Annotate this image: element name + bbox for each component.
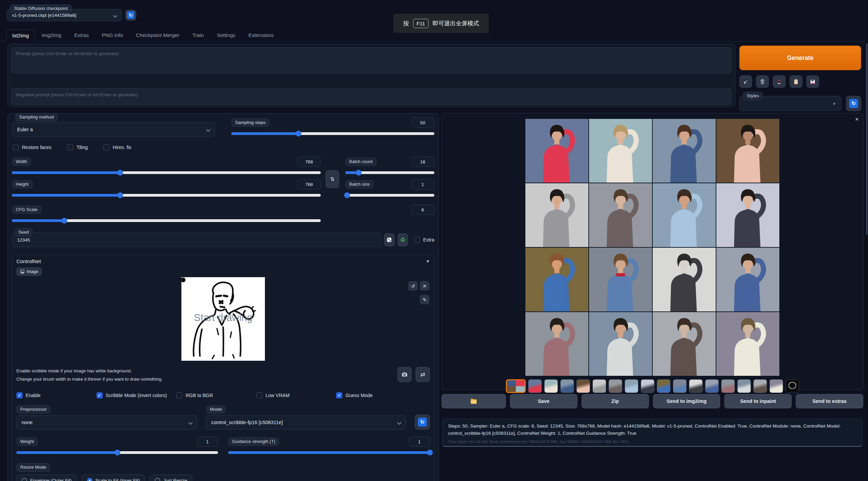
gallery-action-button[interactable]: Send to extras — [796, 394, 863, 408]
tab[interactable]: Train — [186, 29, 210, 41]
checkbox[interactable] — [13, 144, 19, 150]
checkbox[interactable] — [414, 237, 420, 243]
checkbox[interactable] — [336, 392, 342, 398]
model-refresh-button[interactable]: ↻ — [415, 415, 430, 430]
guidance-strength-slider[interactable] — [228, 449, 430, 456]
result-image[interactable] — [716, 248, 779, 311]
result-image[interactable] — [525, 248, 588, 311]
gallery-thumbnail[interactable] — [560, 379, 574, 393]
controlnet-canvas-area[interactable]: Start drawing ↺ ✕ ✎ — [16, 277, 430, 363]
gallery-action-button[interactable]: Send to inpaint — [724, 394, 792, 408]
swap-dimensions-button[interactable]: ⇅ — [326, 170, 339, 188]
checkbox[interactable] — [67, 144, 73, 150]
result-image[interactable] — [653, 248, 716, 311]
slider-knob[interactable] — [117, 193, 123, 198]
close-gallery-button[interactable]: × — [855, 115, 859, 123]
result-image[interactable] — [716, 312, 779, 376]
gallery-thumbnail[interactable] — [786, 379, 799, 393]
gallery-thumbnail[interactable] — [641, 379, 654, 393]
save-style-button[interactable] — [806, 75, 819, 88]
tab[interactable]: Settings — [211, 29, 242, 41]
gallery-thumbnail[interactable] — [657, 379, 671, 393]
resize-mode-radio[interactable]: Scale to Fit (Inner Fit) — [82, 474, 145, 481]
result-image[interactable] — [589, 183, 652, 247]
result-image[interactable] — [653, 183, 716, 247]
gallery-thumbnail[interactable] — [609, 379, 622, 393]
tab[interactable]: Extensions — [242, 29, 280, 41]
gallery-thumbnail[interactable] — [544, 379, 558, 393]
gallery-thumbnail[interactable] — [689, 379, 703, 393]
sampling-method-select[interactable]: Euler a — [12, 122, 215, 137]
model-select[interactable]: control_scribble-fp16 [c508311e] — [206, 415, 406, 430]
slider-knob[interactable] — [295, 131, 301, 137]
result-image[interactable] — [653, 312, 716, 376]
slider-knob[interactable] — [356, 170, 362, 176]
cfg-scale-slider[interactable] — [12, 218, 321, 224]
result-image[interactable] — [525, 183, 588, 247]
batch-size-value[interactable]: 1 — [411, 179, 434, 189]
gallery-thumbnail[interactable] — [705, 379, 719, 393]
apply-style-button[interactable] — [790, 75, 802, 88]
batch-count-slider[interactable] — [345, 170, 434, 176]
slider-knob[interactable] — [114, 450, 120, 456]
gallery-thumbnail[interactable] — [673, 379, 687, 393]
gallery-thumbnail[interactable] — [625, 379, 638, 393]
result-image[interactable] — [589, 119, 652, 183]
gallery-action-button[interactable]: Save — [510, 394, 577, 408]
slider-knob[interactable] — [427, 450, 433, 456]
toggle-checkbox[interactable]: Tiling — [67, 144, 88, 150]
tab[interactable]: PNG Info — [96, 29, 129, 41]
radio[interactable] — [22, 478, 27, 481]
sampling-steps-slider[interactable] — [231, 131, 434, 137]
height-slider[interactable] — [12, 192, 321, 198]
controlnet-checkbox[interactable]: Low VRAM — [256, 392, 336, 398]
result-image[interactable] — [716, 183, 779, 247]
slider-knob[interactable] — [62, 218, 67, 224]
toggle-checkbox[interactable]: Restore faces — [13, 144, 51, 150]
undo-button[interactable]: ↺ — [408, 281, 418, 291]
result-image[interactable] — [653, 119, 716, 183]
slider-knob[interactable] — [117, 170, 123, 176]
batch-count-value[interactable]: 16 — [411, 157, 434, 167]
result-image[interactable] — [716, 119, 779, 183]
gallery-thumbnail[interactable] — [506, 379, 526, 393]
controlnet-header[interactable]: ControlNet ▼ — [16, 258, 430, 264]
sampling-steps-value[interactable]: 50 — [411, 118, 434, 128]
mirror-webcam-button[interactable]: ⇄ — [416, 367, 430, 382]
result-image[interactable] — [589, 312, 652, 376]
tab[interactable]: Extras — [68, 29, 95, 41]
checkbox[interactable] — [16, 392, 23, 398]
result-image[interactable] — [525, 119, 588, 183]
radio[interactable] — [87, 478, 92, 481]
brush-button[interactable]: ✎ — [420, 295, 429, 304]
open-folder-button[interactable] — [442, 394, 506, 408]
controlnet-image-tab[interactable]: Image — [16, 268, 42, 276]
checkbox[interactable] — [97, 392, 103, 398]
random-seed-button[interactable] — [384, 233, 395, 246]
slider-knob[interactable] — [344, 193, 350, 198]
clear-prompt-button[interactable] — [756, 75, 769, 88]
page-scrollbar[interactable] — [866, 0, 868, 481]
tab[interactable]: img2img — [36, 29, 67, 41]
cfg-scale-value[interactable]: 6 — [411, 205, 434, 215]
checkbox[interactable] — [256, 392, 263, 398]
paste-params-button[interactable]: ↙ — [739, 75, 752, 88]
tab[interactable]: Checkpoint Merger — [130, 29, 186, 41]
negative-prompt-input[interactable] — [11, 88, 731, 105]
gallery-thumbnail[interactable] — [592, 379, 606, 393]
controlnet-checkbox[interactable]: Guess Mode — [336, 392, 416, 398]
scrollbar-thumb[interactable] — [866, 43, 868, 235]
clear-image-button[interactable]: ✕ — [420, 281, 429, 291]
tab[interactable]: txt2img — [6, 29, 35, 41]
resize-mode-radio[interactable]: Just Resize — [150, 474, 192, 481]
width-value[interactable]: 768 — [297, 157, 321, 167]
height-value[interactable]: 768 — [297, 179, 321, 189]
radio[interactable] — [155, 478, 160, 481]
gallery-thumbnail[interactable] — [737, 379, 751, 393]
seed-input[interactable]: 12345 — [12, 233, 381, 247]
gallery-thumbnail[interactable] — [528, 379, 542, 393]
checkbox[interactable] — [103, 144, 110, 150]
gallery-action-button[interactable]: Zip — [582, 394, 649, 408]
checkpoint-refresh-button[interactable]: ↻ — [125, 10, 136, 21]
batch-size-slider[interactable] — [345, 192, 434, 198]
